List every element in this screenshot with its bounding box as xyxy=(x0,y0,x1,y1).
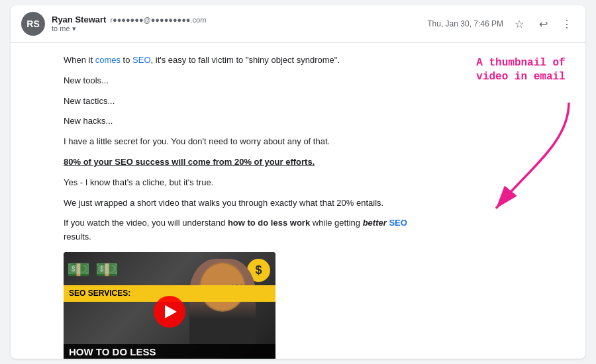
play-triangle-icon xyxy=(165,305,177,318)
para9-prefix: If you watch the video, you will underst… xyxy=(64,218,228,228)
para1-link-seo[interactable]: SEO xyxy=(132,55,150,65)
para6-bold: 80% of your SEO success will come from 2… xyxy=(64,157,315,167)
annotation-area: A thumbnail ofvideo in email xyxy=(440,43,585,359)
email-header: RS Ryan Stewart r●●●●●●●@●●●●●●●●●.com t… xyxy=(11,5,585,43)
paragraph-7: Yes - I know that's a cliche, but it's t… xyxy=(64,176,424,190)
to-me-label[interactable]: to me ▾ xyxy=(52,24,206,33)
reply-icon[interactable]: ↩ xyxy=(535,16,551,32)
sender-details: Ryan Stewart r●●●●●●●@●●●●●●●●●.com to m… xyxy=(52,15,206,33)
paragraph-5: I have a little secret for you. You don'… xyxy=(64,135,424,149)
paragraph-9: If you watch the video, you will underst… xyxy=(64,216,424,244)
paragraph-1: When it comes to SEO, it's easy to fall … xyxy=(64,54,424,68)
paragraph-6: 80% of your SEO success will come from 2… xyxy=(64,156,424,169)
play-button[interactable] xyxy=(154,296,185,328)
video-title-line1: HOW TO DO LESS xyxy=(69,347,270,358)
video-money-bg: 💵 💵 xyxy=(67,255,119,285)
para1-prefix: When it xyxy=(64,55,95,65)
paragraph-3: New tactics... xyxy=(64,95,424,109)
para1-suffix: , it's easy to fall victim to "shiny obj… xyxy=(151,55,340,65)
para9-mid: while getting xyxy=(310,218,363,228)
email-body-wrapper: When it comes to SEO, it's easy to fall … xyxy=(11,43,585,359)
email-timestamp: Thu, Jan 30, 7:46 PM xyxy=(427,19,503,28)
para9-suffix: results. xyxy=(64,232,91,242)
paragraph-4: New hacks... xyxy=(64,114,424,128)
sender-email: r●●●●●●●@●●●●●●●●●.com xyxy=(110,16,206,24)
sender-info: RS Ryan Stewart r●●●●●●●@●●●●●●●●●.com t… xyxy=(21,12,206,36)
para9-bold: how to do less work xyxy=(228,218,310,228)
paragraph-2: New tools... xyxy=(64,74,424,88)
sender-name: Ryan Stewart xyxy=(52,15,106,24)
video-title-line2: AND MAKE MORE xyxy=(69,357,270,359)
email-container: RS Ryan Stewart r●●●●●●●@●●●●●●●●●.com t… xyxy=(11,5,585,359)
paragraph-8: We just wrapped a short video that walks… xyxy=(64,197,424,210)
header-actions: Thu, Jan 30, 7:46 PM ☆ ↩ ⋮ xyxy=(427,16,575,32)
avatar: RS xyxy=(21,12,45,36)
annotation-arrow xyxy=(476,89,582,222)
video-thumbnail[interactable]: 💵 💵 $ 👓 SEO SERVICES: HOW TO DO LESS AN xyxy=(64,252,275,359)
video-bottom-overlay: HOW TO DO LESS AND MAKE MORE xyxy=(64,344,275,359)
star-icon[interactable]: ☆ xyxy=(511,16,527,32)
annotation-text: A thumbnail ofvideo in email xyxy=(463,56,579,84)
para9-link[interactable]: SEO xyxy=(389,218,407,228)
email-body: When it comes to SEO, it's easy to fall … xyxy=(11,43,440,359)
more-options-icon[interactable]: ⋮ xyxy=(559,16,575,32)
para1-mid: to xyxy=(121,55,132,65)
para1-link-comes[interactable]: comes xyxy=(95,55,121,65)
para9-italic: better xyxy=(363,218,387,228)
